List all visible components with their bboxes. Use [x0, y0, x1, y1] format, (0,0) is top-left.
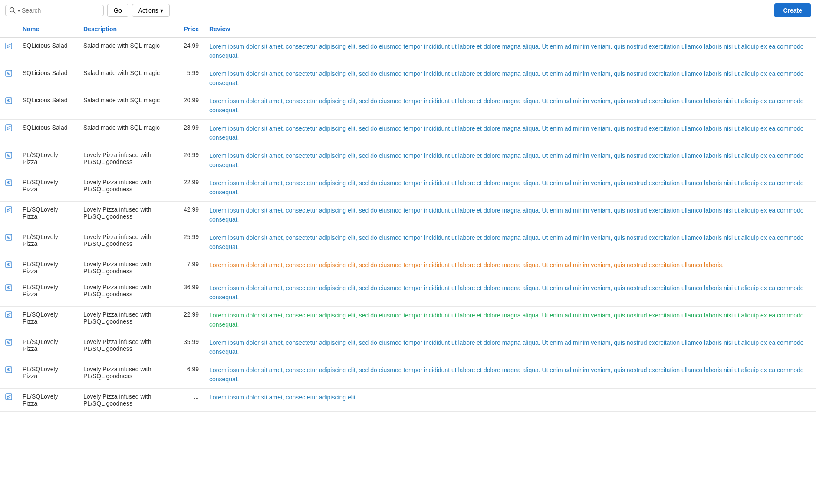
- edit-icon[interactable]: [5, 124, 13, 134]
- search-chevron-icon[interactable]: ▾: [18, 8, 20, 13]
- svg-point-13: [8, 182, 9, 183]
- svg-point-29: [8, 396, 9, 397]
- edit-icon[interactable]: [5, 338, 13, 348]
- data-table: Name Description Price Review SQLicious …: [0, 21, 816, 412]
- actions-button[interactable]: Actions ▾: [132, 4, 170, 17]
- col-header-review[interactable]: Review: [204, 21, 816, 37]
- edit-icon[interactable]: [5, 69, 13, 79]
- review-text: Lorem ipsum dolor sit amet, consectetur …: [209, 339, 804, 355]
- edit-icon[interactable]: [5, 284, 13, 293]
- review-cell: Lorem ipsum dolor sit amet, consectetur …: [204, 147, 816, 174]
- table-row: PL/SQLovely PizzaLovely Pizza infused wi…: [0, 389, 816, 412]
- edit-icon[interactable]: [5, 233, 13, 243]
- edit-icon[interactable]: [5, 261, 13, 270]
- description-cell: Lovely Pizza infused with PL/SQL goodnes…: [78, 202, 174, 229]
- table-row: SQLicious SaladSalad made with SQL magic…: [0, 37, 816, 65]
- review-text: Lorem ipsum dolor sit amet, consectetur …: [209, 152, 804, 168]
- review-text: Lorem ipsum dolor sit amet, consectetur …: [209, 70, 804, 86]
- table-row: SQLicious SaladSalad made with SQL magic…: [0, 120, 816, 147]
- go-button[interactable]: Go: [107, 4, 128, 17]
- col-header-description[interactable]: Description: [78, 21, 174, 37]
- edit-icon[interactable]: [5, 151, 13, 161]
- name-cell: PL/SQLovely Pizza: [17, 256, 78, 279]
- review-cell: Lorem ipsum dolor sit amet, consectetur …: [204, 256, 816, 279]
- svg-point-11: [8, 155, 9, 156]
- review-cell: Lorem ipsum dolor sit amet, consectetur …: [204, 229, 816, 256]
- table-row: PL/SQLovely PizzaLovely Pizza infused wi…: [0, 279, 816, 307]
- edit-cell: [0, 174, 17, 202]
- edit-icon[interactable]: [5, 206, 13, 216]
- edit-cell: [0, 229, 17, 256]
- table-header-row: Name Description Price Review: [0, 21, 816, 37]
- search-input[interactable]: [22, 7, 100, 14]
- name-cell: PL/SQLovely Pizza: [17, 279, 78, 307]
- description-cell: Lovely Pizza infused with PL/SQL goodnes…: [78, 361, 174, 389]
- review-cell: Lorem ipsum dolor sit amet, consectetur …: [204, 92, 816, 120]
- svg-point-9: [8, 128, 9, 128]
- name-cell: SQLicious Salad: [17, 92, 78, 120]
- description-cell: Lovely Pizza infused with PL/SQL goodnes…: [78, 174, 174, 202]
- svg-point-25: [8, 342, 9, 343]
- edit-cell: [0, 120, 17, 147]
- review-cell: Lorem ipsum dolor sit amet, consectetur …: [204, 65, 816, 92]
- svg-point-7: [8, 100, 9, 101]
- review-text: Lorem ipsum dolor sit amet, consectetur …: [209, 394, 361, 401]
- review-cell: Lorem ipsum dolor sit amet, consectetur …: [204, 389, 816, 412]
- edit-icon[interactable]: [5, 366, 13, 375]
- review-text: Lorem ipsum dolor sit amet, consectetur …: [209, 367, 804, 383]
- edit-cell: [0, 334, 17, 361]
- edit-cell: [0, 37, 17, 65]
- edit-cell: [0, 147, 17, 174]
- table-row: SQLicious SaladSalad made with SQL magic…: [0, 65, 816, 92]
- svg-point-19: [8, 264, 9, 265]
- name-cell: SQLicious Salad: [17, 65, 78, 92]
- edit-icon[interactable]: [5, 97, 13, 106]
- edit-icon[interactable]: [5, 311, 13, 321]
- col-header-price[interactable]: Price: [174, 21, 204, 37]
- description-cell: Salad made with SQL magic: [78, 120, 174, 147]
- svg-point-5: [8, 73, 9, 74]
- svg-point-17: [8, 237, 9, 238]
- name-cell: PL/SQLovely Pizza: [17, 202, 78, 229]
- actions-label: Actions: [138, 7, 158, 14]
- price-cell: 24.99: [174, 37, 204, 65]
- description-cell: Salad made with SQL magic: [78, 37, 174, 65]
- review-text: Lorem ipsum dolor sit amet, consectetur …: [209, 262, 724, 268]
- edit-cell: [0, 307, 17, 334]
- review-text: Lorem ipsum dolor sit amet, consectetur …: [209, 98, 804, 114]
- price-cell: ...: [174, 389, 204, 412]
- actions-chevron-icon: ▾: [160, 7, 163, 14]
- price-cell: 42.99: [174, 202, 204, 229]
- edit-icon[interactable]: [5, 179, 13, 188]
- edit-cell: [0, 92, 17, 120]
- table-row: PL/SQLovely PizzaLovely Pizza infused wi…: [0, 229, 816, 256]
- name-cell: SQLicious Salad: [17, 120, 78, 147]
- col-header-name[interactable]: Name: [17, 21, 78, 37]
- edit-cell: [0, 65, 17, 92]
- name-cell: PL/SQLovely Pizza: [17, 361, 78, 389]
- edit-icon[interactable]: [5, 42, 13, 52]
- review-cell: Lorem ipsum dolor sit amet, consectetur …: [204, 37, 816, 65]
- price-cell: 25.99: [174, 229, 204, 256]
- svg-point-23: [8, 314, 9, 315]
- table-row: PL/SQLovely PizzaLovely Pizza infused wi…: [0, 334, 816, 361]
- review-text: Lorem ipsum dolor sit amet, consectetur …: [209, 234, 804, 250]
- name-cell: PL/SQLovely Pizza: [17, 389, 78, 412]
- create-button[interactable]: Create: [774, 3, 811, 17]
- search-icon[interactable]: [9, 7, 16, 14]
- svg-point-27: [8, 369, 9, 370]
- review-text: Lorem ipsum dolor sit amet, consectetur …: [209, 285, 804, 301]
- search-wrapper: ▾: [5, 5, 104, 16]
- description-cell: Lovely Pizza infused with PL/SQL goodnes…: [78, 147, 174, 174]
- svg-point-15: [8, 209, 9, 210]
- table-row: PL/SQLovely PizzaLovely Pizza infused wi…: [0, 147, 816, 174]
- price-cell: 5.99: [174, 65, 204, 92]
- table-row: PL/SQLovely PizzaLovely Pizza infused wi…: [0, 256, 816, 279]
- description-cell: Lovely Pizza infused with PL/SQL goodnes…: [78, 279, 174, 307]
- edit-cell: [0, 389, 17, 412]
- review-text: Lorem ipsum dolor sit amet, consectetur …: [209, 43, 804, 59]
- edit-icon[interactable]: [5, 393, 13, 403]
- review-cell: Lorem ipsum dolor sit amet, consectetur …: [204, 279, 816, 307]
- table-row: SQLicious SaladSalad made with SQL magic…: [0, 92, 816, 120]
- table-row: PL/SQLovely PizzaLovely Pizza infused wi…: [0, 307, 816, 334]
